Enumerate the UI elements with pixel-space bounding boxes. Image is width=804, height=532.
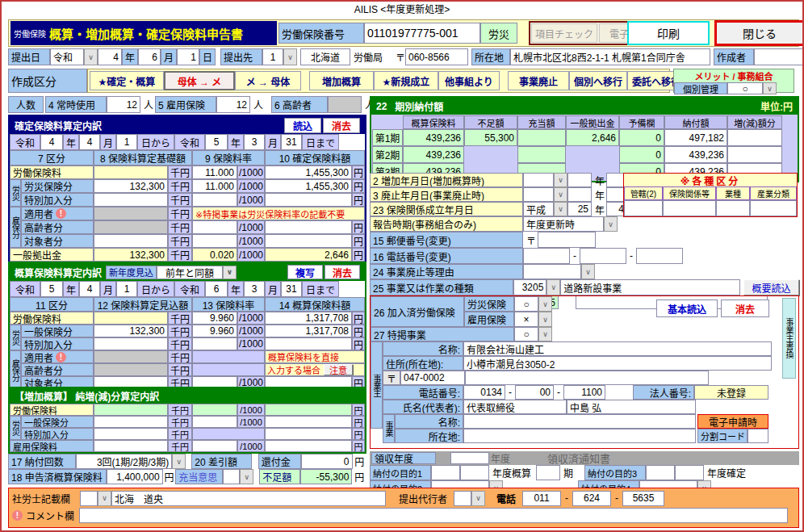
report-select[interactable]: 年度更新時 [523, 216, 604, 232]
biz-addr-field[interactable] [463, 429, 696, 443]
base-field[interactable] [94, 165, 168, 179]
amount-field[interactable] [265, 193, 352, 207]
amount-field[interactable] [265, 337, 352, 350]
shurui-field[interactable]: 道路新設事業 [560, 279, 740, 295]
era-select[interactable] [523, 187, 554, 202]
tab-kobetsu-ikou[interactable]: 個別へ移行 [569, 71, 627, 90]
daiko-select[interactable] [454, 491, 471, 506]
chevron-down-icon[interactable] [538, 312, 552, 327]
tel2-field[interactable]: 624 [572, 491, 611, 506]
m-to[interactable]: 3 [244, 134, 265, 150]
owner-name-field[interactable]: 有限会社海山建工 [463, 341, 772, 356]
kankatsu-field[interactable] [624, 200, 663, 216]
gyoshu-field[interactable] [716, 200, 750, 216]
tab-shinki[interactable]: ★新規成立 [374, 71, 438, 90]
amount-field[interactable]: 1,455,300 [265, 165, 352, 179]
amount-field[interactable] [265, 234, 352, 248]
bunkatsu-field[interactable] [747, 429, 768, 443]
tab-tajikumi-yori[interactable]: 他事組より [438, 71, 500, 90]
base-field[interactable]: 132,300 [94, 248, 168, 262]
f18-field[interactable]: 1,400,000 [107, 469, 162, 484]
m3-field-a[interactable] [646, 465, 675, 480]
y-from[interactable]: 4 [40, 134, 63, 150]
chevron-down-icon[interactable] [538, 296, 552, 312]
d-from[interactable]: 1 [116, 134, 137, 150]
sharoushi-select[interactable] [80, 491, 98, 506]
mikomi-select[interactable]: 前年と同額 [157, 266, 223, 279]
chevron-down-icon[interactable] [554, 202, 567, 216]
amount-field[interactable]: 1,317,708 [265, 312, 352, 325]
rate-field[interactable] [192, 234, 237, 248]
base-field[interactable]: 132,300 [94, 325, 168, 337]
owner-zip-field[interactable]: 047-0002 [400, 371, 465, 385]
m1-field-b[interactable] [460, 465, 489, 480]
amount-field[interactable]: 2,646 [265, 248, 352, 262]
rep-name-field[interactable]: 中島 弘 [567, 400, 696, 414]
denshi-button[interactable]: 電子申請時 [697, 414, 768, 429]
chevron-down-icon[interactable] [471, 491, 485, 506]
d-to[interactable]: 31 [281, 281, 302, 297]
owner-tel1[interactable]: 0134 [463, 385, 505, 400]
tab-kakutei-gaisan[interactable]: ★確定・概算 [90, 71, 164, 90]
cell[interactable] [517, 129, 566, 146]
tab-zouka-gaisan[interactable]: 増加概算 [309, 71, 374, 90]
chevron-down-icon[interactable] [581, 264, 595, 279]
submit-month-field[interactable]: 6 [138, 48, 161, 65]
copy-button[interactable]: 複写 [287, 265, 323, 279]
tel3-field[interactable] [636, 248, 683, 264]
chevron-down-icon[interactable] [538, 327, 552, 341]
caution-button[interactable]: 注意 [324, 364, 353, 375]
chevron-down-icon[interactable] [604, 216, 618, 232]
rate-field[interactable] [192, 220, 237, 234]
read-button[interactable]: 読込 [284, 118, 321, 133]
m-to[interactable]: 3 [244, 281, 265, 297]
zip-field[interactable] [538, 232, 596, 248]
d-to[interactable]: 31 [281, 134, 302, 150]
rousai-hoken-select[interactable]: ○ [514, 296, 538, 312]
f4-field[interactable]: 12 [107, 96, 140, 113]
refund-field[interactable]: 0 [301, 454, 352, 469]
f17-select[interactable]: 3回(1期/2期/3期) [76, 454, 172, 469]
print-button[interactable]: 印刷 [627, 21, 710, 45]
chevron-down-icon[interactable] [172, 454, 186, 469]
tel1-field[interactable] [523, 248, 570, 264]
era-select[interactable]: 平成 [523, 202, 554, 216]
base-field[interactable] [94, 440, 168, 452]
gaiyo-read-button[interactable]: 概要読込 [743, 279, 799, 295]
clear-button[interactable]: 消去 [721, 300, 769, 317]
d-from[interactable]: 1 [116, 281, 137, 297]
owner-tel2[interactable]: 00 [515, 385, 554, 400]
biz-name-field[interactable] [463, 414, 696, 429]
base-field[interactable]: 132,300 [94, 179, 168, 193]
rate-field[interactable]: 11.000 [192, 165, 237, 179]
close-button[interactable]: 閉じる [714, 20, 804, 46]
base-field[interactable] [94, 312, 168, 325]
base-field[interactable] [94, 416, 168, 428]
submit-year-field[interactable]: 4 [98, 48, 122, 65]
tokkei-select[interactable]: ○ [514, 327, 538, 341]
chevron-down-icon[interactable] [84, 48, 98, 65]
basic-read-button[interactable]: 基本読込 [656, 300, 718, 317]
rate-field[interactable]: 9.960 [192, 312, 237, 325]
riyuu-select[interactable] [523, 264, 581, 279]
submit-day-field[interactable]: 1 [177, 48, 199, 65]
m-from[interactable]: 4 [79, 134, 100, 150]
cell[interactable] [517, 146, 566, 163]
tab-botai-me-selected[interactable]: 母体 → メ [164, 71, 235, 90]
f5-field[interactable]: 12 [216, 96, 250, 113]
base-field[interactable] [94, 234, 168, 248]
rep-title-field[interactable]: 代表取締役 [463, 400, 567, 414]
base-field[interactable] [94, 404, 168, 416]
tel1-field[interactable]: 011 [522, 491, 561, 506]
y-to[interactable]: 5 [205, 134, 228, 150]
shurui-code[interactable]: 3205 [513, 279, 547, 295]
sharoushi-field[interactable]: 北海 道央 [111, 491, 386, 506]
m1-field-a[interactable] [431, 465, 460, 480]
rate-field[interactable] [192, 193, 237, 207]
chevron-down-icon[interactable] [554, 173, 567, 187]
m3-field-b[interactable] [675, 465, 704, 480]
owner-addr-field[interactable]: 小樽市潮見台3050-2 [463, 356, 772, 371]
comment-field[interactable] [79, 508, 788, 523]
ryoshu-year-field[interactable] [450, 452, 489, 464]
sangyo-field[interactable] [750, 200, 797, 216]
